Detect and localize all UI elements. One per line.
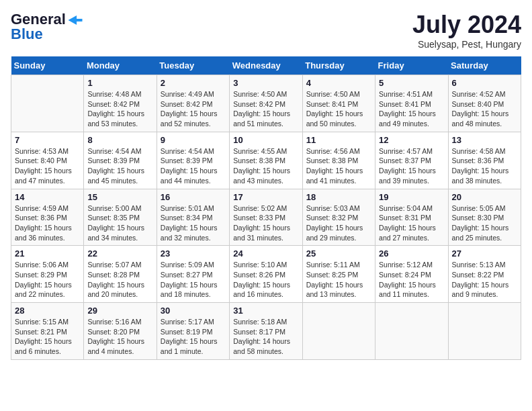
calendar-cell: 20Sunrise: 5:05 AM Sunset: 8:30 PM Dayli…: [448, 189, 521, 246]
calendar-cell: [375, 303, 448, 360]
calendar-week-row: 1Sunrise: 4:48 AM Sunset: 8:42 PM Daylig…: [11, 75, 521, 132]
day-number: 4: [306, 78, 371, 88]
day-info: Sunrise: 5:10 AM Sunset: 8:26 PM Dayligh…: [233, 260, 298, 300]
day-info: Sunrise: 4:53 AM Sunset: 8:40 PM Dayligh…: [15, 146, 80, 186]
calendar-week-row: 7Sunrise: 4:53 AM Sunset: 8:40 PM Daylig…: [11, 132, 521, 189]
day-info: Sunrise: 5:17 AM Sunset: 8:19 PM Dayligh…: [161, 317, 226, 357]
svg-marker-0: [68, 15, 82, 25]
day-info: Sunrise: 5:13 AM Sunset: 8:22 PM Dayligh…: [452, 260, 517, 300]
day-info: Sunrise: 4:52 AM Sunset: 8:40 PM Dayligh…: [452, 89, 517, 129]
calendar-cell: 23Sunrise: 5:09 AM Sunset: 8:27 PM Dayli…: [157, 246, 229, 303]
day-info: Sunrise: 5:11 AM Sunset: 8:25 PM Dayligh…: [306, 260, 371, 300]
day-number: 22: [87, 248, 152, 259]
calendar-cell: 16Sunrise: 5:01 AM Sunset: 8:34 PM Dayli…: [157, 189, 229, 246]
day-number: 23: [161, 248, 226, 259]
calendar-cell: [448, 303, 521, 360]
title-area: July 2024 Suelysap, Pest, Hungary: [412, 11, 521, 50]
calendar-cell: 1Sunrise: 4:48 AM Sunset: 8:42 PM Daylig…: [84, 75, 157, 132]
day-number: 12: [379, 135, 444, 145]
day-number: 11: [306, 135, 371, 145]
calendar-cell: 9Sunrise: 4:54 AM Sunset: 8:39 PM Daylig…: [157, 132, 229, 189]
day-number: 31: [233, 306, 298, 316]
calendar-cell: 22Sunrise: 5:07 AM Sunset: 8:28 PM Dayli…: [84, 246, 157, 303]
day-number: 29: [87, 306, 152, 316]
day-info: Sunrise: 5:18 AM Sunset: 8:17 PM Dayligh…: [233, 317, 298, 357]
day-number: 10: [233, 135, 298, 145]
day-number: 1: [87, 78, 152, 88]
day-info: Sunrise: 5:00 AM Sunset: 8:35 PM Dayligh…: [87, 203, 152, 243]
day-number: 6: [452, 78, 517, 88]
day-info: Sunrise: 4:48 AM Sunset: 8:42 PM Dayligh…: [87, 89, 152, 129]
calendar-cell: 21Sunrise: 5:06 AM Sunset: 8:29 PM Dayli…: [11, 246, 84, 303]
day-number: 25: [306, 248, 371, 259]
day-info: Sunrise: 4:59 AM Sunset: 8:36 PM Dayligh…: [15, 203, 80, 243]
calendar-cell: 6Sunrise: 4:52 AM Sunset: 8:40 PM Daylig…: [448, 75, 521, 132]
calendar-cell: 30Sunrise: 5:17 AM Sunset: 8:19 PM Dayli…: [157, 303, 229, 360]
day-number: 13: [452, 135, 517, 145]
calendar-cell: 13Sunrise: 4:58 AM Sunset: 8:36 PM Dayli…: [448, 132, 521, 189]
day-info: Sunrise: 5:07 AM Sunset: 8:28 PM Dayligh…: [87, 260, 152, 300]
day-info: Sunrise: 5:16 AM Sunset: 8:20 PM Dayligh…: [87, 317, 152, 357]
day-info: Sunrise: 5:01 AM Sunset: 8:34 PM Dayligh…: [161, 203, 226, 243]
day-number: 19: [379, 192, 444, 202]
day-number: 18: [306, 192, 371, 202]
calendar-cell: 31Sunrise: 5:18 AM Sunset: 8:17 PM Dayli…: [230, 303, 302, 360]
calendar-body: 1Sunrise: 4:48 AM Sunset: 8:42 PM Daylig…: [11, 75, 521, 360]
day-info: Sunrise: 4:55 AM Sunset: 8:38 PM Dayligh…: [233, 146, 298, 186]
day-info: Sunrise: 4:54 AM Sunset: 8:39 PM Dayligh…: [87, 146, 152, 186]
logo-icon: [68, 15, 83, 25]
calendar-cell: 5Sunrise: 4:51 AM Sunset: 8:41 PM Daylig…: [375, 75, 448, 132]
calendar-cell: 24Sunrise: 5:10 AM Sunset: 8:26 PM Dayli…: [230, 246, 302, 303]
calendar-table: SundayMondayTuesdayWednesdayThursdayFrid…: [11, 56, 521, 360]
day-info: Sunrise: 4:57 AM Sunset: 8:37 PM Dayligh…: [379, 146, 444, 186]
day-number: 17: [233, 192, 298, 202]
day-number: 20: [452, 192, 517, 202]
day-of-week-header: Saturday: [448, 56, 521, 75]
calendar-cell: 17Sunrise: 5:02 AM Sunset: 8:33 PM Dayli…: [230, 189, 302, 246]
day-info: Sunrise: 5:12 AM Sunset: 8:24 PM Dayligh…: [379, 260, 444, 300]
month-title: July 2024: [412, 11, 521, 39]
day-info: Sunrise: 5:15 AM Sunset: 8:21 PM Dayligh…: [15, 317, 80, 357]
calendar-cell: 25Sunrise: 5:11 AM Sunset: 8:25 PM Dayli…: [302, 246, 375, 303]
day-number: 5: [379, 78, 444, 88]
day-number: 2: [161, 78, 226, 88]
day-number: 15: [87, 192, 152, 202]
day-number: 30: [161, 306, 226, 316]
calendar-cell: 7Sunrise: 4:53 AM Sunset: 8:40 PM Daylig…: [11, 132, 84, 189]
day-of-week-header: Monday: [84, 56, 157, 75]
day-info: Sunrise: 4:51 AM Sunset: 8:41 PM Dayligh…: [379, 89, 444, 129]
day-number: 26: [379, 248, 444, 259]
calendar-cell: 11Sunrise: 4:56 AM Sunset: 8:38 PM Dayli…: [302, 132, 375, 189]
calendar-week-row: 28Sunrise: 5:15 AM Sunset: 8:21 PM Dayli…: [11, 303, 521, 360]
day-info: Sunrise: 5:03 AM Sunset: 8:32 PM Dayligh…: [306, 203, 371, 243]
calendar-cell: 18Sunrise: 5:03 AM Sunset: 8:32 PM Dayli…: [302, 189, 375, 246]
calendar-cell: 27Sunrise: 5:13 AM Sunset: 8:22 PM Dayli…: [448, 246, 521, 303]
day-number: 9: [161, 135, 226, 145]
day-info: Sunrise: 4:50 AM Sunset: 8:41 PM Dayligh…: [306, 89, 371, 129]
day-of-week-header: Friday: [375, 56, 448, 75]
day-number: 7: [15, 135, 80, 145]
logo: General Blue: [11, 11, 83, 43]
day-info: Sunrise: 5:04 AM Sunset: 8:31 PM Dayligh…: [379, 203, 444, 243]
calendar-cell: 3Sunrise: 4:50 AM Sunset: 8:42 PM Daylig…: [230, 75, 302, 132]
calendar-cell: 29Sunrise: 5:16 AM Sunset: 8:20 PM Dayli…: [84, 303, 157, 360]
day-number: 21: [15, 248, 80, 259]
location-text: Suelysap, Pest, Hungary: [412, 39, 521, 50]
day-info: Sunrise: 4:49 AM Sunset: 8:42 PM Dayligh…: [161, 89, 226, 129]
day-number: 28: [15, 306, 80, 316]
calendar-week-row: 21Sunrise: 5:06 AM Sunset: 8:29 PM Dayli…: [11, 246, 521, 303]
day-number: 14: [15, 192, 80, 202]
logo-blue-text: Blue: [11, 26, 43, 43]
calendar-cell: 19Sunrise: 5:04 AM Sunset: 8:31 PM Dayli…: [375, 189, 448, 246]
day-of-week-header: Wednesday: [230, 56, 302, 75]
calendar-cell: 2Sunrise: 4:49 AM Sunset: 8:42 PM Daylig…: [157, 75, 229, 132]
calendar-cell: 4Sunrise: 4:50 AM Sunset: 8:41 PM Daylig…: [302, 75, 375, 132]
day-info: Sunrise: 5:06 AM Sunset: 8:29 PM Dayligh…: [15, 260, 80, 300]
day-info: Sunrise: 5:09 AM Sunset: 8:27 PM Dayligh…: [161, 260, 226, 300]
calendar-cell: [302, 303, 375, 360]
day-of-week-header: Thursday: [302, 56, 375, 75]
day-of-week-header: Tuesday: [157, 56, 229, 75]
calendar-cell: 14Sunrise: 4:59 AM Sunset: 8:36 PM Dayli…: [11, 189, 84, 246]
calendar-cell: 26Sunrise: 5:12 AM Sunset: 8:24 PM Dayli…: [375, 246, 448, 303]
day-number: 8: [87, 135, 152, 145]
